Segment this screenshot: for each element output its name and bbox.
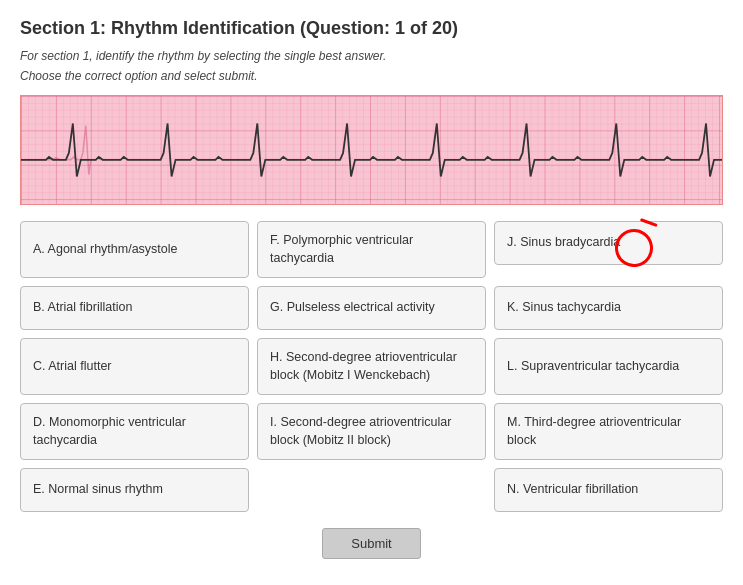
instruction-text: Choose the correct option and select sub… [20, 69, 723, 83]
option-I[interactable]: I. Second-degree atrioventricular block … [257, 403, 486, 460]
option-F[interactable]: F. Polymorphic ventricular tachycardia [257, 221, 486, 278]
option-N[interactable]: N. Ventricular fibrillation [494, 468, 723, 512]
option-D[interactable]: D. Monomorphic ventricular tachycardia [20, 403, 249, 460]
option-spacer [257, 468, 486, 512]
option-C[interactable]: C. Atrial flutter [20, 338, 249, 395]
option-K[interactable]: K. Sinus tachycardia [494, 286, 723, 330]
page-title: Section 1: Rhythm Identification (Questi… [20, 18, 723, 39]
submit-button[interactable]: Submit [322, 528, 420, 559]
svg-rect-1 [21, 96, 722, 204]
subtitle-text: For section 1, identify the rhythm by se… [20, 49, 723, 63]
option-J[interactable]: J. Sinus bradycardia [494, 221, 723, 265]
option-E[interactable]: E. Normal sinus rhythm [20, 468, 249, 512]
option-M[interactable]: M. Third-degree atrioventricular block [494, 403, 723, 460]
option-H[interactable]: H. Second-degree atrioventricular block … [257, 338, 486, 395]
option-G[interactable]: G. Pulseless electrical activity [257, 286, 486, 330]
options-grid: A. Agonal rhythm/asystole F. Polymorphic… [20, 221, 723, 512]
option-L[interactable]: L. Supraventricular tachycardia [494, 338, 723, 395]
submit-row: Submit [20, 528, 723, 559]
option-A[interactable]: A. Agonal rhythm/asystole [20, 221, 249, 278]
option-J-wrapper: J. Sinus bradycardia [494, 221, 723, 278]
ecg-strip [20, 95, 723, 205]
option-B[interactable]: B. Atrial fibrillation [20, 286, 249, 330]
